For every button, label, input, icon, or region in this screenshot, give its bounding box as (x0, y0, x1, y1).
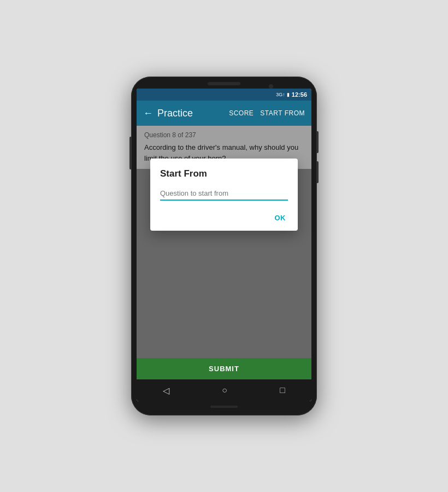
dialog-ok-button[interactable]: OK (270, 212, 291, 224)
recents-nav-button[interactable]: □ (280, 385, 285, 395)
dialog-overlay: Start From OK (137, 126, 311, 379)
power-button[interactable] (317, 131, 319, 153)
submit-button[interactable]: SUBMIT (137, 358, 311, 379)
phone-bottom (137, 401, 311, 410)
volume-button[interactable] (129, 137, 131, 169)
front-camera (269, 84, 273, 89)
phone-chin (210, 406, 238, 408)
status-time: 12:56 (292, 91, 307, 98)
phone-screen: 3G↑ ▮ 12:56 ← Practice SCORE START FROM … (137, 89, 311, 401)
volume-down-button[interactable] (317, 161, 319, 183)
phone-speaker (208, 82, 240, 85)
status-bar: 3G↑ ▮ 12:56 (137, 89, 311, 101)
back-nav-button[interactable]: ◁ (163, 385, 169, 396)
dialog-title: Start From (150, 159, 298, 185)
content-area: Question 8 of 237 According to the drive… (137, 126, 311, 379)
dialog-actions: OK (150, 208, 298, 231)
home-nav-button[interactable]: ○ (222, 385, 227, 395)
start-from-button[interactable]: START FROM (260, 109, 305, 117)
app-bar-actions: SCORE START FROM (229, 109, 305, 117)
back-button[interactable]: ← (143, 108, 153, 119)
dialog-content (150, 185, 298, 208)
score-button[interactable]: SCORE (229, 109, 254, 117)
start-from-dialog: Start From OK (150, 159, 298, 231)
app-title: Practice (157, 108, 225, 119)
app-bar: ← Practice SCORE START FROM (137, 101, 311, 126)
battery-icon: ▮ (287, 92, 290, 97)
bottom-nav: ◁ ○ □ (137, 379, 311, 401)
phone-device: 3G↑ ▮ 12:56 ← Practice SCORE START FROM … (131, 77, 317, 415)
signal-icon: 3G↑ (276, 92, 285, 97)
question-start-input[interactable] (160, 187, 288, 201)
status-icons: 3G↑ ▮ (276, 92, 290, 97)
